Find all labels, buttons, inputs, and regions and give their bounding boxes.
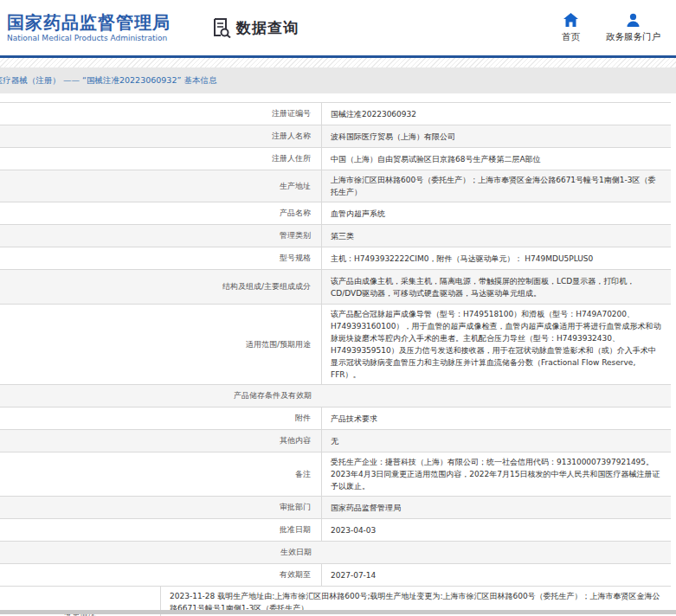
logo-subtitle: National Medical Products Administration <box>7 33 171 44</box>
field-label: 其他内容 <box>0 430 322 452</box>
table-row: 管理类别 第三类 <box>0 225 671 247</box>
table-row: 产品名称 血管内超声系统 <box>0 202 671 225</box>
table-row: 审批部门 国家药品监督管理局 <box>0 497 671 519</box>
field-value: 2023-04-03 <box>322 519 671 541</box>
table-row: 注册证编号 国械注准20223060932 <box>0 103 671 125</box>
nav-home-label: 首页 <box>562 31 580 43</box>
field-value: 无 <box>322 430 671 452</box>
field-value: 国家药品监督管理局 <box>322 497 671 518</box>
field-label: 注册人住所 <box>0 148 322 170</box>
table-row: 生效日期 <box>0 542 671 564</box>
registration-info-table: 注册证编号 国械注准20223060932 注册人名称 波科国际医疗贸易（上海）… <box>0 102 671 587</box>
field-value: 2027-07-14 <box>322 564 671 586</box>
table-row: 附件 产品技术要求 <box>0 407 671 430</box>
table-row: 备注 受托生产企业：捷普科技（上海）有限公司；统一社会信用代码：91310000… <box>0 452 671 497</box>
hatched-band <box>0 58 676 67</box>
field-value: 该产品配合冠脉超声成像导管（型号：H749518100）和滑板（型号：H749A… <box>322 305 671 384</box>
field-label: 生产地址 <box>0 170 322 202</box>
field-value: 受托生产企业：捷普科技（上海）有限公司；统一社会信用代码：91310000739… <box>322 452 671 496</box>
field-value: 主机：H7493932222CIM0，附件（马达驱动单元）： H749MDU5P… <box>322 247 671 269</box>
user-icon <box>626 13 641 27</box>
field-value <box>322 542 671 563</box>
field-label: 型号规格 <box>0 247 322 269</box>
field-value: 该产品由成像主机，采集主机，隔离电源，带触摸屏的控制面板，LCD显示器，打印机，… <box>322 270 671 304</box>
nav-home[interactable]: 首页 <box>562 13 580 43</box>
table-row: 结构及组成/主要组成成分 该产品由成像主机，采集主机，隔离电源，带触摸屏的控制面… <box>0 270 671 305</box>
nav-portal[interactable]: 政务服务门户 <box>606 13 660 43</box>
breadcrumb-text: 医疗器械（注册） —— “国械注准20223060932” 基本信息 <box>0 75 216 87</box>
field-value: 产品技术要求 <box>322 407 671 429</box>
table-row: 其他内容 无 <box>0 430 671 452</box>
table-row: 注册人名称 波科国际医疗贸易（上海）有限公司 <box>0 125 671 148</box>
breadcrumb: 医疗器械（注册） —— “国械注准20223060932” 基本信息 <box>0 67 676 93</box>
field-value: 上海市徐汇区田林路600号（委托生产）；上海市奉贤区金海公路6671号幢号1南侧… <box>322 170 671 202</box>
field-value: 波科国际医疗贸易（上海）有限公司 <box>322 125 671 147</box>
nav-portal-label: 政务服务门户 <box>606 31 660 43</box>
table-row: 有效期至 2027-07-14 <box>0 564 671 587</box>
table-row: 注册人住所 中国（上海）自由贸易试验区日京路68号生产楼第二层A部位 <box>0 148 671 170</box>
page: 国家药品监督管理局 National Medical Products Admi… <box>0 0 676 616</box>
table-row: 批准日期 2023-04-03 <box>0 519 671 542</box>
header-nav: 首页 政务服务门户 <box>562 13 660 43</box>
field-value <box>322 385 671 407</box>
site-logo[interactable]: 国家药品监督管理局 National Medical Products Admi… <box>7 12 171 44</box>
field-label: 产品名称 <box>0 202 322 224</box>
field-label: 生效日期 <box>0 542 322 563</box>
field-label: 审批部门 <box>0 497 322 518</box>
data-query-label: 数据查询 <box>236 18 299 38</box>
table-row: 生产地址 上海市徐汇区田林路600号（委托生产）；上海市奉贤区金海公路6671号… <box>0 170 671 202</box>
field-value: 国械注准20223060932 <box>322 103 671 125</box>
field-label: 产品储存条件及有效期 <box>0 385 322 407</box>
site-header: 国家药品监督管理局 National Medical Products Admi… <box>0 0 676 55</box>
footer-bar <box>0 610 676 614</box>
table-row: 适用范围/预期用途 该产品配合冠脉超声成像导管（型号：H749518100）和滑… <box>0 305 671 385</box>
field-label: 注册证编号 <box>0 103 322 125</box>
field-value: 中国（上海）自由贸易试验区日京路68号生产楼第二层A部位 <box>322 148 671 170</box>
table-row: 型号规格 主机：H7493932222CIM0，附件（马达驱动单元）： H749… <box>0 247 671 270</box>
field-value: 血管内超声系统 <box>322 202 671 224</box>
field-label: 备注 <box>0 452 322 496</box>
field-label: 附件 <box>0 407 322 429</box>
field-label: 管理类别 <box>0 225 322 247</box>
field-label: 有效期至 <box>0 564 322 586</box>
home-icon <box>563 13 578 27</box>
field-label: 注册人名称 <box>0 125 322 147</box>
data-query-nav[interactable]: 数据查询 <box>212 17 299 38</box>
table-row: 产品储存条件及有效期 <box>0 385 671 407</box>
field-label: 批准日期 <box>0 519 322 541</box>
field-label: 适用范围/预期用途 <box>0 305 322 384</box>
field-label: 结构及组成/主要组成成分 <box>0 270 322 304</box>
document-search-icon <box>212 17 231 38</box>
field-value: 第三类 <box>322 225 671 247</box>
logo-title: 国家药品监督管理局 <box>7 12 171 33</box>
